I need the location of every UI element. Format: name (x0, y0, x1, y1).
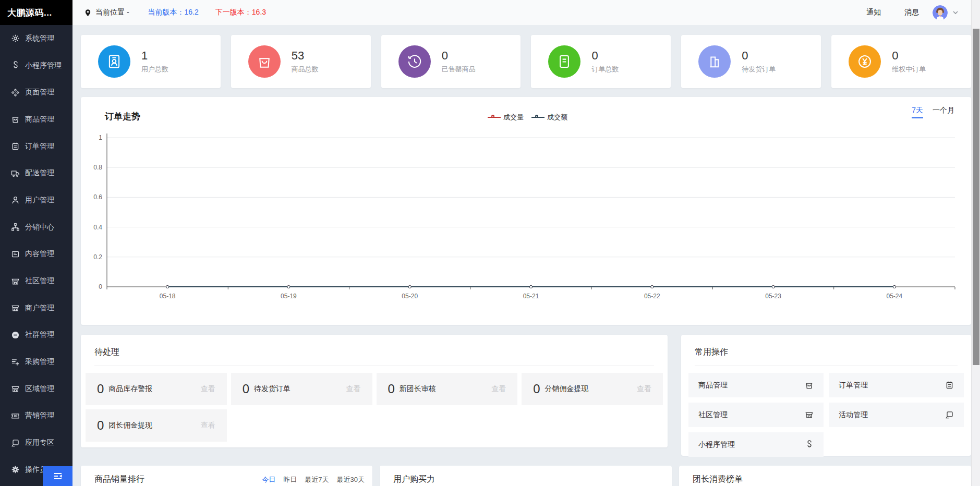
avatar[interactable] (933, 5, 948, 20)
tab-last7days[interactable]: 最近7天 (305, 475, 329, 486)
svg-text:0: 0 (99, 283, 102, 290)
stat-card-total-orders: 0 订单总数 (531, 35, 671, 88)
svg-text:05-22: 05-22 (644, 293, 660, 300)
order-icon (945, 381, 954, 390)
range-tab-month[interactable]: 一个月 (933, 106, 954, 118)
apps-icon (945, 410, 954, 419)
svg-text:05-18: 05-18 (160, 293, 176, 300)
stat-label: 商品总数 (292, 65, 319, 74)
sidebar-item-groups[interactable]: 社群管理 (0, 322, 72, 349)
sidebar-item-merchant[interactable]: 商户管理 (0, 295, 72, 322)
sidebar-item-users[interactable]: 用户管理 (0, 187, 72, 214)
pending-title: 待处理 (81, 335, 668, 366)
order-trend-card: 订单走势 成交量 成交额 (81, 97, 971, 325)
sidebar-item-delivery[interactable]: 配送管理 (0, 160, 72, 187)
range-tab-7days[interactable]: 7天 (912, 106, 923, 118)
scrollbar-thumb[interactable] (973, 29, 979, 365)
quick-op-orders[interactable]: 订单管理 (829, 373, 964, 397)
sidebar-item-pages[interactable]: 页面管理 (0, 79, 72, 106)
view-link[interactable]: 查看 (201, 421, 215, 430)
pending-tile-stock-alert: 0 商品库存警报 查看 (86, 373, 227, 405)
topbar: 当前位置 - 当前版本：16.2 下一版本：16.3 通知 消息 (72, 0, 980, 25)
sidebar-item-content[interactable]: 内容管理 (0, 241, 72, 268)
quick-op-community[interactable]: 社区管理 (688, 403, 824, 427)
sidebar-item-goods[interactable]: 商品管理 (0, 106, 72, 133)
sidebar-item-label: 系统管理 (25, 34, 54, 43)
order-icon (11, 142, 20, 151)
sidebar-collapse-button[interactable] (43, 466, 72, 486)
group-icon (11, 331, 20, 339)
bag-icon (11, 115, 20, 124)
quick-op-goods[interactable]: 商品管理 (688, 373, 824, 397)
pending-count: 0 (533, 382, 540, 396)
sales-rank-tabs: 今日 昨日 最近7天 最近30天 (254, 475, 365, 486)
sidebar-item-region[interactable]: 区域管理 (0, 375, 72, 403)
scrollbar[interactable] (971, 0, 980, 486)
yen-circle-icon (849, 45, 881, 78)
sidebar-item-label: 小程序管理 (25, 61, 62, 70)
sales-rank-panel: 商品销量排行 今日 昨日 最近7天 最近30天 (81, 466, 372, 486)
pending-tile-distribution-withdraw: 0 分销佣金提现 查看 (522, 373, 663, 405)
quick-op-label: 订单管理 (839, 381, 868, 390)
view-link[interactable]: 查看 (346, 384, 361, 394)
store-icon (11, 384, 20, 393)
sidebar-item-distribution[interactable]: 分销中心 (0, 214, 72, 241)
quick-op-miniprogram[interactable]: 小程序管理 (688, 432, 824, 457)
sidebar-item-orders[interactable]: 订单管理 (0, 133, 72, 160)
sidebar-item-label: 应用专区 (25, 438, 54, 447)
pending-tile-pending-shipment: 0 待发货订单 查看 (231, 373, 372, 405)
stat-value: 0 (591, 49, 619, 62)
quick-op-activity[interactable]: 活动管理 (829, 403, 964, 427)
sidebar-item-system[interactable]: 系统管理 (0, 25, 72, 52)
content-icon (11, 250, 20, 259)
quick-op-label: 社区管理 (698, 410, 728, 420)
message-link[interactable]: 消息 (904, 8, 919, 17)
tab-today[interactable]: 今日 (262, 475, 275, 486)
order-trend-chart: 00.20.40.60.8105-1805-1905-2005-2105-220… (88, 130, 962, 314)
idcard-icon (98, 45, 130, 78)
ticket-icon (11, 411, 20, 420)
tab-last30days[interactable]: 最近30天 (337, 475, 365, 486)
stat-label: 待发货订单 (742, 65, 776, 74)
stat-card-pending-shipment: 0 待发货订单 (681, 35, 821, 88)
current-version-label: 当前版本：16.2 (148, 8, 199, 17)
stat-label: 已售罄商品 (442, 65, 476, 74)
view-link[interactable]: 查看 (637, 384, 651, 394)
quick-op-label: 小程序管理 (698, 440, 735, 449)
pending-tile-leader-review: 0 新团长审核 查看 (377, 373, 518, 405)
legend-item-volume[interactable]: 成交量 (488, 113, 524, 122)
sidebar-item-label: 配送管理 (25, 168, 54, 178)
legend-item-amount[interactable]: 成交额 (531, 113, 567, 122)
bag-icon (248, 45, 281, 78)
gear-solid-icon (11, 465, 20, 474)
tab-yesterday[interactable]: 昨日 (283, 475, 297, 486)
sidebar-item-marketing[interactable]: 营销管理 (0, 403, 72, 430)
chart-range-tabs: 7天 一个月 (902, 106, 954, 118)
sidebar-item-apps[interactable]: 应用专区 (0, 429, 72, 456)
purchase-icon (11, 358, 20, 367)
legend-line-marker (488, 115, 501, 120)
view-link[interactable]: 查看 (491, 384, 506, 394)
user-icon (11, 196, 20, 204)
sidebar-item-label: 商品管理 (25, 115, 54, 124)
svg-text:0.8: 0.8 (93, 164, 102, 171)
sidebar-item-label: 社群管理 (25, 330, 54, 339)
quick-op-label: 活动管理 (839, 410, 868, 420)
location-pin-icon (84, 9, 92, 17)
location-label: 当前位置 - (95, 8, 129, 17)
sidebar-item-purchase[interactable]: 采购管理 (0, 348, 72, 375)
chevron-down-icon[interactable] (952, 9, 959, 16)
miniprogram-icon (11, 61, 20, 70)
legend-line-marker (531, 115, 545, 120)
sidebar-item-label: 用户管理 (25, 196, 54, 205)
legend-label: 成交量 (503, 113, 524, 122)
stat-card-total-users: 1 用户总数 (81, 35, 221, 88)
view-link[interactable]: 查看 (201, 384, 215, 394)
sidebar-item-label: 订单管理 (25, 142, 54, 151)
pending-panel: 待处理 0 商品库存警报 查看 0 待发货订单 查看 (81, 335, 668, 447)
sidebar-item-community[interactable]: 社区管理 (0, 268, 72, 295)
stat-value: 53 (292, 49, 319, 62)
notice-link[interactable]: 通知 (866, 8, 881, 17)
pending-label: 分销佣金提现 (545, 384, 589, 394)
sidebar-item-miniprogram[interactable]: 小程序管理 (0, 52, 72, 79)
